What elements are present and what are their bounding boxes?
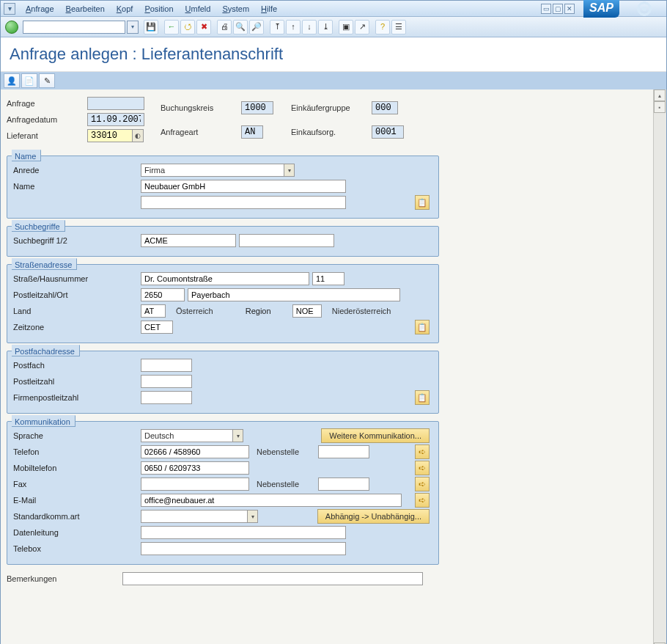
window-close-icon[interactable]: ✕ xyxy=(564,4,575,14)
fax-more-button[interactable]: ➪ xyxy=(415,477,430,491)
field-region[interactable] xyxy=(292,304,322,318)
label-einkgrp: Einkäufergruppe xyxy=(291,103,372,112)
menu-bearbeiten[interactable]: Bearbeiten xyxy=(66,4,105,13)
okcode-dropdown[interactable]: ▾ xyxy=(127,21,139,34)
menu-umfeld[interactable]: Umfeld xyxy=(185,4,211,13)
text-land: Österreich xyxy=(176,307,213,315)
label-plz-ort: Postleitzahl/Ort xyxy=(13,290,138,299)
help-button[interactable]: ? xyxy=(375,20,390,34)
field-name1[interactable] xyxy=(141,180,346,193)
first-page-button[interactable]: ⤒ xyxy=(270,20,284,34)
enter-button[interactable] xyxy=(5,21,18,34)
shortcut-button[interactable]: ↗ xyxy=(355,20,369,34)
brand-ripple xyxy=(622,1,666,17)
scroll-stop-top-icon[interactable]: ▪ xyxy=(654,101,666,113)
group-title-street: Straßenadresse xyxy=(12,258,77,270)
mobil-more-button[interactable]: ➪ xyxy=(415,461,430,475)
field-anfrage[interactable] xyxy=(87,97,144,110)
field-firmplz[interactable] xyxy=(141,391,192,404)
field-zeitzone[interactable] xyxy=(141,321,173,334)
field-anfrageart[interactable] xyxy=(241,125,263,139)
field-suchbegriff2[interactable] xyxy=(239,234,334,247)
field-postfach[interactable] xyxy=(141,359,192,372)
field-houseno[interactable] xyxy=(312,272,344,285)
field-lieferant[interactable] xyxy=(87,129,133,142)
save-button[interactable]: 💾 xyxy=(144,20,158,34)
expand-street-button[interactable]: 📋 xyxy=(415,320,430,334)
cancel-button[interactable]: ✖ xyxy=(196,20,211,34)
field-street[interactable] xyxy=(141,272,309,285)
menu-system[interactable]: System xyxy=(222,4,249,13)
label-dataline: Datenleitung xyxy=(13,528,138,537)
field-ort[interactable] xyxy=(188,288,400,301)
expand-pobox-button[interactable]: 📋 xyxy=(415,390,430,405)
more-comm-button[interactable]: Weitere Kommunikation... xyxy=(321,428,430,443)
expand-name-button[interactable]: 📋 xyxy=(415,195,430,210)
prev-page-button[interactable]: ↑ xyxy=(286,20,301,34)
field-stdkomm[interactable]: ▾ xyxy=(141,510,258,523)
app-btn-item[interactable]: 📄 xyxy=(21,73,37,88)
menu-hilfe[interactable]: Hilfe xyxy=(261,4,277,13)
page-title: Anfrage anlegen : Lieferantenanschrift xyxy=(1,37,666,72)
label-anrede: Anrede xyxy=(13,166,138,175)
field-fax-ext[interactable] xyxy=(318,477,369,491)
menu-position[interactable]: Position xyxy=(144,4,173,13)
menu-anfrage[interactable]: Anfrage xyxy=(26,4,54,13)
scroll-up-icon[interactable]: ▴ xyxy=(654,89,666,101)
app-btn-header[interactable]: 👤 xyxy=(4,73,20,88)
vertical-scrollbar[interactable]: ▴ ▪ ▪ ▾ xyxy=(653,89,666,644)
label-pf-plz: Postleitzahl xyxy=(13,377,138,386)
label-einkorg: Einkaufsorg. xyxy=(291,128,372,136)
label-stdkomm: Standardkomm.art xyxy=(13,512,138,521)
exit-button[interactable]: ⭯ xyxy=(180,20,195,34)
field-email[interactable] xyxy=(141,494,402,507)
field-telefon[interactable] xyxy=(141,445,249,458)
customize-button[interactable]: ☰ xyxy=(391,20,406,34)
field-mobil[interactable] xyxy=(141,461,249,475)
text-region: Niederösterreich xyxy=(332,307,391,315)
group-title-pobox: Postfachadresse xyxy=(12,345,80,356)
field-dataline[interactable] xyxy=(141,526,346,539)
field-tel-ext[interactable] xyxy=(318,445,369,458)
label-nebenstelle-fax: Nebenstelle xyxy=(257,480,315,489)
field-anfragedatum[interactable] xyxy=(87,113,144,126)
field-einkorg[interactable] xyxy=(372,125,404,139)
lieferant-f4-button[interactable]: ◐ xyxy=(132,129,144,142)
find-next-button[interactable]: 🔎 xyxy=(249,20,264,34)
field-fax[interactable] xyxy=(141,477,249,491)
app-btn-edit[interactable]: ✎ xyxy=(39,73,55,88)
label-remarks: Bemerkungen xyxy=(7,574,119,583)
next-page-button[interactable]: ↓ xyxy=(302,20,317,34)
sprache-dropdown-icon[interactable]: ▾ xyxy=(232,430,243,442)
field-plz[interactable] xyxy=(141,288,185,301)
field-einkgrp[interactable] xyxy=(372,101,398,114)
menu-kopf[interactable]: Kopf xyxy=(117,4,133,13)
field-pf-plz[interactable] xyxy=(141,375,192,388)
abhaengig-button[interactable]: Abhängig -> Unabhängig... xyxy=(317,509,430,524)
field-name2[interactable] xyxy=(141,196,346,209)
field-telebox[interactable] xyxy=(141,542,346,555)
label-buchungskreis: Buchungskreis xyxy=(161,103,241,112)
window-maximize-icon[interactable]: ▢ xyxy=(553,4,563,14)
last-page-button[interactable]: ⤓ xyxy=(318,20,333,34)
system-menu-icon[interactable]: ▾ xyxy=(4,3,15,15)
find-button[interactable]: 🔍 xyxy=(233,20,248,34)
telefon-more-button[interactable]: ➪ xyxy=(415,444,430,459)
okcode-input[interactable] xyxy=(23,21,125,34)
field-suchbegriff1[interactable] xyxy=(141,234,236,247)
new-session-button[interactable]: ▣ xyxy=(339,20,353,34)
stdkomm-dropdown-icon[interactable]: ▾ xyxy=(247,511,257,522)
field-sprache[interactable]: Deutsch ▾ xyxy=(141,429,243,442)
email-more-button[interactable]: ➪ xyxy=(415,493,430,508)
field-anrede[interactable]: Firma ▾ xyxy=(141,164,295,177)
anrede-dropdown-icon[interactable]: ▾ xyxy=(284,164,294,176)
group-title-name: Name xyxy=(12,150,41,161)
field-remarks[interactable] xyxy=(122,572,423,585)
window-minimize-icon[interactable]: ▭ xyxy=(541,4,551,14)
print-button[interactable]: 🖨 xyxy=(217,20,232,34)
label-street: Straße/Hausnummer xyxy=(13,274,138,283)
back-button[interactable]: ← xyxy=(164,20,179,34)
field-land[interactable] xyxy=(141,304,166,318)
field-buchungskreis[interactable] xyxy=(241,101,273,114)
group-title-search: Suchbegriffe xyxy=(12,220,65,232)
